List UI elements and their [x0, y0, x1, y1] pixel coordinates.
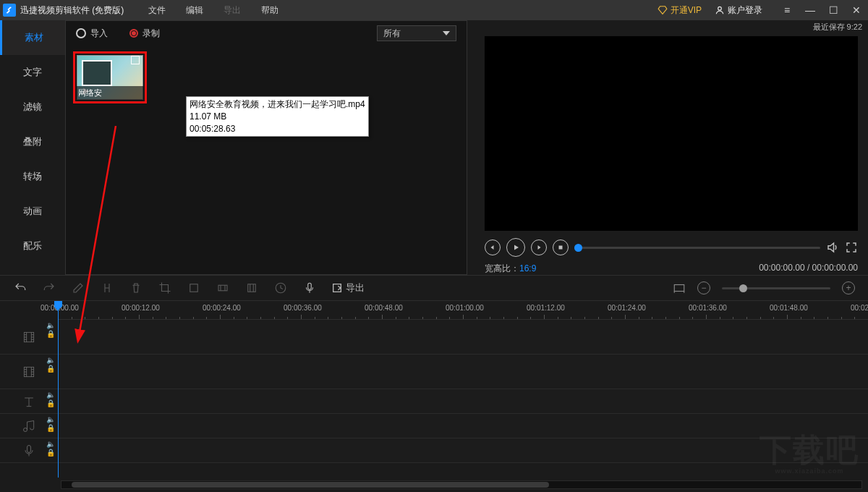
title-bar: 迅捷视频剪辑软件 (免费版) 文件 编辑 导出 帮助 开通VIP 账户登录 ≡ …	[0, 0, 868, 20]
fit-timeline-icon[interactable]	[673, 281, 686, 294]
aspect-ratio-label: 宽高比：16:9	[485, 263, 536, 275]
tab-filter[interactable]: 滤镜	[0, 90, 65, 124]
undo-button[interactable]	[13, 281, 27, 295]
vip-label: 开通VIP	[671, 4, 702, 17]
track-audio[interactable]: 🔈🔒	[0, 414, 868, 438]
account-login-button[interactable]: 账户登录	[715, 4, 762, 17]
svg-rect-3	[218, 285, 227, 291]
film-icon	[22, 330, 36, 344]
edit-tool-button[interactable]	[71, 281, 85, 295]
tab-text[interactable]: 文字	[0, 55, 65, 90]
freeze-button[interactable]	[244, 281, 259, 295]
user-icon	[715, 5, 725, 15]
import-label: 导入	[90, 27, 108, 40]
preview-panel: 最近保存 9:22 宽高比：16:9 00:00:00.00 / 00:00:0…	[467, 20, 868, 275]
clip-short-label: 网络安	[77, 86, 143, 100]
zoom-in-button[interactable]: +	[842, 281, 855, 294]
track-text[interactable]: 🔈🔒	[0, 389, 868, 414]
tab-material[interactable]: 素材	[0, 20, 65, 55]
mute-icon[interactable]: 🔈	[46, 416, 55, 423]
diamond-icon	[658, 5, 668, 15]
tooltip-duration: 00:05:28.63	[190, 123, 365, 135]
record-button[interactable]: 录制	[129, 27, 160, 40]
speed-button[interactable]	[273, 281, 288, 295]
maximize-button[interactable]: ☐	[825, 3, 842, 17]
film-icon	[22, 365, 36, 379]
split-button[interactable]	[100, 281, 114, 295]
text-icon	[22, 394, 36, 409]
open-vip-button[interactable]: 开通VIP	[658, 4, 702, 17]
next-frame-button[interactable]	[531, 239, 547, 255]
media-library-panel: 导入 录制 所有 网络安 网络安全教育视频，进	[65, 20, 467, 275]
minimize-button[interactable]: —	[801, 3, 819, 17]
zoom-tool-button[interactable]	[216, 281, 230, 295]
export-icon	[331, 282, 343, 294]
mute-icon[interactable]: 🔈	[46, 441, 55, 448]
lock-icon[interactable]: 🔒	[46, 400, 55, 407]
close-button[interactable]: ✕	[848, 3, 865, 17]
play-button[interactable]	[506, 238, 525, 257]
svg-point-0	[718, 7, 722, 10]
menu-edit[interactable]: 编辑	[176, 4, 213, 17]
redo-button[interactable]	[42, 281, 56, 295]
svg-rect-6	[308, 283, 312, 289]
tab-animation[interactable]: 动画	[0, 194, 65, 229]
filter-selected-label: 所有	[383, 27, 401, 40]
stop-button[interactable]	[553, 239, 569, 255]
music-icon	[22, 419, 36, 433]
media-clip-item[interactable]: 网络安	[73, 51, 147, 103]
app-title: 迅捷视频剪辑软件 (免费版)	[20, 4, 124, 17]
time-ruler[interactable]: 00:00:00.0000:00:12.0000:00:24.0000:00:3…	[58, 301, 868, 320]
tab-transition[interactable]: 转场	[0, 159, 65, 194]
svg-rect-7	[674, 285, 684, 292]
mic-icon	[22, 444, 36, 458]
tooltip-filename: 网络安全教育视频，进来我们一起学习吧.mp4	[190, 98, 365, 111]
import-button[interactable]: 导入	[76, 27, 108, 40]
svg-rect-2	[190, 284, 198, 292]
delete-button[interactable]	[129, 281, 143, 295]
timeline-scrollbar[interactable]	[61, 480, 862, 489]
record-icon	[129, 29, 138, 38]
preview-timecode: 00:00:00.00 / 00:00:00.00	[759, 263, 858, 275]
hamburger-menu-icon[interactable]: ≡	[778, 3, 796, 17]
mosaic-button[interactable]	[187, 281, 201, 295]
preview-viewport[interactable]	[485, 36, 858, 231]
track-video-1[interactable]: 🔈🔒	[0, 320, 868, 355]
tooltip-filesize: 11.07 MB	[190, 111, 365, 123]
export-button[interactable]: 导出	[331, 281, 365, 294]
tab-overlay[interactable]: 叠附	[0, 124, 65, 159]
lock-icon[interactable]: 🔒	[46, 449, 55, 457]
mute-icon[interactable]: 🔈	[46, 322, 55, 329]
track-video-2[interactable]: 🔈🔒	[0, 355, 868, 389]
zoom-slider[interactable]	[722, 287, 830, 289]
clip-tooltip: 网络安全教育视频，进来我们一起学习吧.mp4 11.07 MB 00:05:28…	[186, 96, 369, 137]
zoom-out-button[interactable]: −	[697, 281, 710, 294]
menu-help[interactable]: 帮助	[251, 4, 289, 17]
lock-icon[interactable]: 🔒	[46, 365, 55, 373]
timeline-toolbar: 导出 − +	[0, 275, 868, 301]
mute-icon[interactable]: 🔈	[46, 357, 55, 364]
chevron-down-icon	[443, 31, 450, 35]
svg-rect-10	[27, 445, 31, 452]
volume-icon[interactable]	[826, 241, 839, 254]
app-logo-icon	[3, 4, 16, 17]
menu-file[interactable]: 文件	[138, 4, 176, 17]
prev-frame-button[interactable]	[485, 239, 501, 255]
crop-button[interactable]	[158, 281, 172, 295]
track-voiceover[interactable]: 🔈🔒	[0, 438, 868, 463]
lock-icon[interactable]: 🔒	[46, 331, 55, 338]
lock-icon[interactable]: 🔒	[46, 425, 55, 432]
svg-rect-4	[248, 284, 256, 292]
tab-music[interactable]: 配乐	[0, 229, 65, 263]
menu-export: 导出	[213, 4, 251, 17]
timeline-panel: 00:00:00.0000:00:12.0000:00:24.0000:00:3…	[0, 301, 868, 492]
mute-icon[interactable]: 🔈	[46, 391, 55, 399]
voiceover-button[interactable]	[302, 281, 317, 295]
preview-progress-slider[interactable]	[574, 247, 820, 249]
import-icon	[76, 28, 86, 38]
left-category-tabs: 素材 文字 滤镜 叠附 转场 动画 配乐	[0, 20, 65, 275]
export-label: 导出	[346, 281, 365, 294]
fullscreen-icon[interactable]	[845, 241, 858, 254]
media-filter-dropdown[interactable]: 所有	[377, 25, 456, 41]
playhead[interactable]	[58, 301, 59, 478]
